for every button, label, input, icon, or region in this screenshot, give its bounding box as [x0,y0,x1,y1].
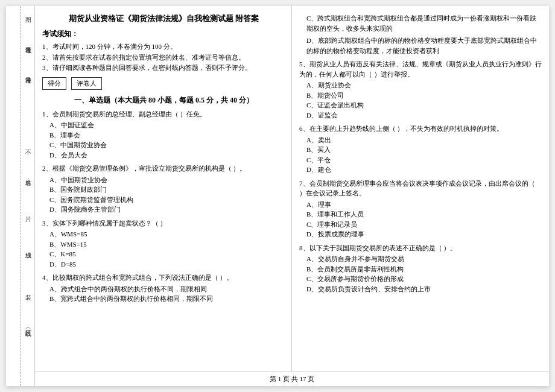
notice-item-2: 2、请首先按要求在试卷的指定位置填写您的姓名、准考证号等信息。 [42,52,285,63]
q8-option-a: A、交易所自身并不参与期货交易 [306,254,543,264]
score-defen-box: 得分 [42,77,66,90]
notice-header: 考试须知： [42,29,285,39]
q5-option-c: C、证监会派出机构 [306,100,543,110]
q5-option-a: A、期货业协会 [306,80,543,90]
question-8: 8、以下关于我国期货交易所的表述不正确的是（ ）。 A、交易所自身并不参与期货交… [299,243,543,294]
q8-option-d: D、交易所负责设计合约、安排合约的上市 [306,284,543,294]
q6-option-a: A、卖出 [306,135,543,145]
q2-option-a: A、中国期货业协会 [49,175,285,185]
content-area: 期货从业资格证《期货法律法规》自我检测试题 附答案 考试须知： 1、考试时间，1… [35,6,549,386]
document-title: 期货从业资格证《期货法律法规》自我检测试题 附答案 [42,13,285,24]
q3-option-d: D、D=85 [49,259,285,270]
question-2: 2、根据《期货交易管理条例》，审批设立期货交易所的机构是（ ）。 A、中国期货业… [42,163,285,215]
right-column: C、跨式期权组合和宽跨式期权组合都是通过同时成为一份看涨期权和一份看跌期权的空头… [292,6,549,371]
q1-option-c: C、中国期货业协会 [49,140,285,150]
score-bar: 得分 评卷人 [42,77,285,90]
question-1-text: 1、会员制期货交易所的总经理、副总经理由（ ）任免。 [42,109,285,119]
q3-option-b: B、WMS=15 [49,239,285,250]
question-5-options: A、期货业协会 B、期货公司 C、证监会派出机构 D、证监会 [299,80,543,120]
question-8-text: 8、以下关于我国期货交易所的表述不正确的是（ ）。 [299,243,543,253]
question-1: 1、会员制期货交易所的总经理、副总经理由（ ）任免。 A、中国证监会 B、理事会… [42,109,285,160]
q7-option-a: A、理事 [306,200,543,210]
two-columns: 期货从业资格证《期货法律法规》自我检测试题 附答案 考试须知： 1、考试时间，1… [35,6,549,371]
question-6-options: A、卖出 B、买入 C、平仓 D、建仓 [299,135,543,175]
q4-option-c: C、跨式期权组合和宽跨式期权组合都是通过同时成为一份看涨期权和一份看跌期权的空头… [306,13,543,33]
q1-option-a: A、中国证监会 [49,120,285,130]
q8-option-b: B、会员制交易所是非营利性机构 [306,264,543,274]
q2-option-d: D、国务院商务主管部门 [49,204,285,215]
margin-dashed-line [21,6,21,386]
score-juanren-box: 评卷人 [71,77,102,90]
q2-option-c: C、国务院期货监督管理机构 [49,195,285,205]
question-2-text: 2、根据《期货交易管理条例》，审批设立期货交易所的机构是（ ）。 [42,163,285,174]
q7-option-d: D、投票成票的理事 [306,229,543,239]
q5-option-d: D、证监会 [306,110,543,121]
question-7-text: 7、会员制期货交易所理事会应当将会议表决事项作成会议记录，由出席会议的（ ）在会… [299,179,543,198]
question-3-options: A、WMS=85 B、WMS=15 C、K=85 D、D=85 [42,229,285,269]
notice-list: 1、考试时间，120 分钟，本卷满分为 100 分。 2、请首先按要求在试卷的指… [42,42,285,74]
question-3-text: 3、实体下列哪种情况属于超卖状态？（ ） [42,218,285,229]
notice-item-1: 1、考试时间，120 分钟，本卷满分为 100 分。 [42,42,285,52]
question-5-text: 5、期货从业人员有违反有关法律、法规、规章或《期货从业人员执业行为准则》行为的，… [299,59,543,79]
question-1-options: A、中国证监会 B、理事会 C、中国期货业协会 D、会员大会 [42,120,285,160]
left-column: 期货从业资格证《期货法律法规》自我检测试题 附答案 考试须知： 1、考试时间，1… [35,6,292,371]
question-4-continued-options: C、跨式期权组合和宽跨式期权组合都是通过同时成为一份看涨期权和一份看跌期权的空头… [299,13,543,55]
q4-option-d: D、底部跨式期权组合中的标的的物价格变动程度要大于底部宽跨式期权组合中的标的的物… [306,36,543,55]
q4-option-b: B、宽跨式组合中的两份期权的执行价格相同，期限不同 [49,294,285,304]
left-margin: 图 考试证号 准考证号 不 姓名： 片 成绩 装 线（厂区） [6,6,35,386]
q4-option-a: A、跨式组合中的两份期权的执行价格不同，期限相同 [49,284,285,294]
section1-title: 一、单选题（本大题共 80 小题，每题 0.5 分，共 40 分） [42,95,285,106]
page-info: 第 1 页 共 17 页 [270,375,314,382]
q2-option-b: B、国务院财政部门 [49,185,285,195]
q6-option-d: D、建仓 [306,165,543,175]
question-8-options: A、交易所自身并不参与期货交易 B、会员制交易所是非营利性机构 C、交易所参与期… [299,254,543,294]
question-4-text: 4、比较期权的跨式组合和宽跨式组合，下列说法正确的是（ ）。 [42,273,285,283]
question-7: 7、会员制期货交易所理事会应当将会议表决事项作成会议记录，由出席会议的（ ）在会… [299,179,543,239]
q3-option-c: C、K=85 [49,249,285,259]
q7-option-c: C、理事和记录员 [306,220,543,230]
question-3: 3、实体下列哪种情况属于超卖状态？（ ） A、WMS=85 B、WMS=15 C… [42,218,285,270]
notice-item-3: 3、请仔细阅读各种题目的回答要求，在密封线内答题，否则不予评分。 [42,63,285,74]
q5-option-b: B、期货公司 [306,90,543,101]
question-4-continued: C、跨式期权组合和宽跨式期权组合都是通过同时成为一份看涨期权和一份看跌期权的空头… [299,13,543,55]
q3-option-a: A、WMS=85 [49,229,285,239]
q6-option-b: B、买入 [306,145,543,155]
question-4-options: A、跨式组合中的两份期权的执行价格不同，期限相同 B、宽跨式组合中的两份期权的执… [42,284,285,304]
q6-option-c: C、平仓 [306,155,543,165]
q1-option-b: B、理事会 [49,130,285,141]
page-footer: 第 1 页 共 17 页 [35,371,549,386]
question-5: 5、期货从业人员有违反有关法律、法规、规章或《期货从业人员执业行为准则》行为的，… [299,59,543,120]
question-7-options: A、理事 B、理事和工作人员 C、理事和记录员 D、投票成票的理事 [299,200,543,239]
question-4: 4、比较期权的跨式组合和宽跨式组合，下列说法正确的是（ ）。 A、跨式组合中的两… [42,273,285,304]
margin-label-xingming: 姓名： [24,175,32,181]
question-6-text: 6、在主要的上升趋势线的上侧（ ），不失为有效的时机执掉的对策。 [299,124,543,134]
page-wrapper: 图 考试证号 准考证号 不 姓名： 片 成绩 装 线（厂区） 期货从业资格证《期… [6,6,549,386]
question-2-options: A、中国期货业协会 B、国务院财政部门 C、国务院期货监督管理机构 D、国务院商… [42,175,285,215]
q7-option-b: B、理事和工作人员 [306,209,543,220]
q8-option-c: C、交易所参与期货价价格的形成 [306,274,543,284]
question-6: 6、在主要的上升趋势线的上侧（ ），不失为有效的时机执掉的对策。 A、卖出 B、… [299,124,543,175]
q1-option-d: D、会员大会 [49,150,285,160]
